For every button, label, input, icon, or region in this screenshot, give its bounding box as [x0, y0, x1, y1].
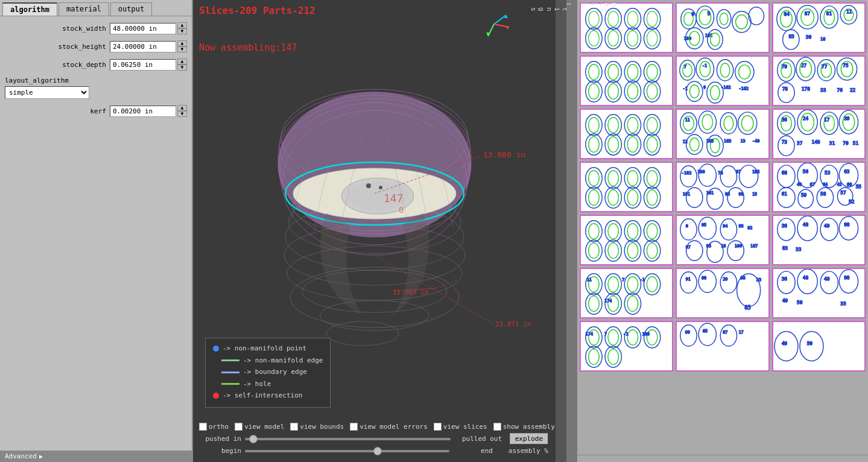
svg-point-207: [647, 190, 657, 205]
tab-algorithm[interactable]: algorithm: [2, 2, 57, 16]
cb-ortho-label: ortho: [209, 423, 229, 431]
tab-output[interactable]: output: [110, 2, 152, 16]
svg-text:101: 101: [706, 191, 714, 195]
parts-cell-inner-2-1: [581, 57, 672, 105]
svg-text:63: 63: [844, 169, 850, 174]
parts-cell-5-3: 36 48 49 98 83 33: [772, 215, 866, 265]
cb-view-slices-box[interactable]: ✓: [434, 423, 442, 431]
cb-view-bounds-box[interactable]: ✓: [290, 423, 298, 431]
svg-text:185: 185: [752, 169, 759, 174]
svg-point-102: [647, 84, 657, 99]
svg-point-7: [287, 246, 462, 300]
parts-cell-7-3: 49 50: [772, 321, 866, 372]
svg-point-61: [736, 15, 748, 29]
svg-text:22: 22: [850, 87, 856, 93]
svg-point-211: [740, 165, 758, 188]
stock-height-up[interactable]: ▲: [177, 40, 187, 46]
explode-button[interactable]: explode: [510, 433, 548, 445]
kerf-up[interactable]: ▲: [177, 105, 187, 111]
svg-point-255: [647, 224, 657, 239]
push-pull-thumb[interactable]: [249, 435, 258, 443]
begin-end-thumb[interactable]: [373, 447, 382, 455]
svg-text:-102: -102: [682, 171, 691, 176]
pulled-out-label: pulled out: [454, 435, 502, 443]
kerf-input[interactable]: [110, 106, 176, 117]
svg-point-15: [326, 321, 399, 346]
cb-view-slices[interactable]: ✓ view slices: [434, 423, 487, 431]
parts-svg-6-1: 11 174 7 -1: [581, 269, 672, 317]
cb-show-assembly[interactable]: ✓ show assembly: [493, 423, 555, 431]
svg-point-158: [702, 115, 713, 130]
layout-algorithm-select[interactable]: simple advanced: [5, 86, 89, 99]
kerf-row: kerf ▲ ▼: [5, 105, 187, 117]
parts-layout-label[interactable]: partslayout: [566, 2, 619, 8]
svg-point-98: [608, 84, 619, 99]
parts-svg-2-3: 79 27 77 75 78 178 33 76 22: [773, 57, 864, 105]
stock-height-input[interactable]: [110, 41, 176, 52]
svg-point-253: [627, 224, 638, 239]
stock-depth-up[interactable]: ▲: [177, 59, 187, 65]
advanced-bar[interactable]: Advanced ▶: [0, 451, 192, 462]
svg-text:92: 92: [747, 226, 752, 230]
settings-label[interactable]: settings: [530, 7, 566, 12]
cb-show-assembly-box[interactable]: ✓: [493, 423, 501, 431]
parts-svg-3-1: [581, 110, 672, 158]
begin-end-track[interactable]: [245, 450, 449, 452]
begin-label: begin: [199, 447, 241, 455]
parts-strip[interactable]: partslayout: [566, 0, 577, 462]
svg-text:95: 95: [706, 244, 711, 248]
svg-text:39: 39: [844, 116, 850, 121]
stock-depth-down[interactable]: ▼: [177, 65, 187, 71]
svg-point-210: [721, 166, 737, 187]
parts-svg-3-2: 11 12 103 183 13 -40: [677, 110, 768, 158]
svg-point-261: [627, 243, 638, 258]
stock-depth-input[interactable]: [110, 59, 176, 71]
push-pull-track[interactable]: [245, 438, 451, 440]
pushed-in-label: pushed in: [199, 435, 241, 443]
cb-view-model-errors[interactable]: ✓ view model errors: [350, 423, 428, 431]
stock-width-up[interactable]: ▲: [177, 22, 187, 28]
parts-cell-4-2: -102 100 76 97 185 101 101 95 98: [676, 162, 769, 212]
svg-text:83: 83: [788, 34, 794, 39]
svg-text:23: 23: [756, 277, 761, 282]
cb-view-model-errors-box[interactable]: ✓: [350, 423, 358, 431]
layout-algorithm-section: layout_algorithm simple advanced: [5, 77, 187, 99]
parts-cell-inner-4-1: [581, 163, 672, 211]
svg-point-199: [647, 171, 657, 186]
svg-point-263: [647, 243, 657, 258]
svg-point-334: [627, 330, 638, 345]
stock-width-spinner[interactable]: ▲ ▼: [177, 22, 187, 34]
stock-width-input[interactable]: [110, 23, 176, 34]
parts-cell-inner-1-1: [581, 4, 672, 52]
cb-view-model[interactable]: ✓ view model: [235, 423, 284, 431]
scrollbar-bottom[interactable]: [566, 455, 868, 462]
svg-text:68: 68: [781, 170, 787, 176]
svg-point-114: [690, 85, 700, 98]
svg-text:50: 50: [797, 300, 803, 305]
svg-text:48: 48: [802, 222, 808, 227]
stock-width-down[interactable]: ▼: [177, 28, 187, 34]
parts-cell-inner-6-3: 36 48 49 98 49 50 33: [773, 269, 864, 317]
svg-point-92: [627, 65, 638, 80]
kerf-down[interactable]: ▼: [177, 111, 187, 117]
svg-text:52: 52: [849, 199, 855, 204]
svg-point-28: [379, 186, 382, 189]
stock-height-down[interactable]: ▼: [177, 46, 187, 52]
cb-ortho-box[interactable]: [199, 423, 207, 431]
svg-text:-1: -1: [702, 63, 707, 68]
svg-text:78: 78: [782, 86, 788, 92]
cb-view-model-box[interactable]: ✓: [235, 423, 242, 431]
tabs-bar: algorithm material output: [0, 0, 192, 16]
parts-cell-inner-4-2: -102 100 76 97 185 101 101 95 98: [677, 163, 768, 211]
tab-material[interactable]: material: [59, 2, 109, 16]
svg-text:49: 49: [782, 298, 788, 303]
svg-text:49: 49: [781, 341, 787, 346]
parts-cell-6-2: 91 88 29 86 23 85: [676, 268, 769, 318]
cb-view-bounds[interactable]: ✓ view bounds: [290, 423, 344, 431]
cb-ortho[interactable]: ortho: [199, 423, 229, 431]
svg-point-345: [680, 325, 697, 346]
settings-strip[interactable]: settings: [556, 0, 566, 462]
svg-point-140: [589, 118, 600, 133]
svg-point-41: [608, 11, 619, 27]
parts-svg-3-3: 36 24 17 39 73 37 148 31 70 51: [773, 110, 864, 158]
